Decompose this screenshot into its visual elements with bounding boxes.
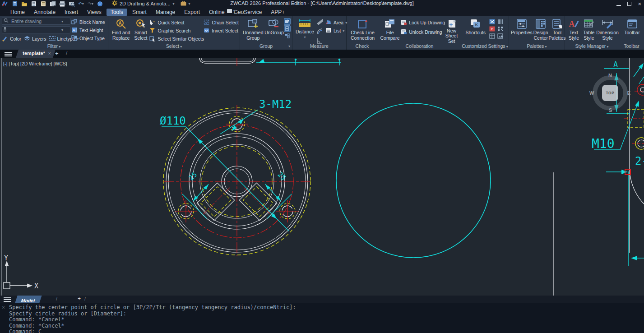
group-edit-button[interactable] xyxy=(284,32,291,39)
distance-button[interactable]: Distance ▾ xyxy=(294,18,315,44)
file-compare-button[interactable]: File Compare xyxy=(380,18,400,44)
measure-radius-button[interactable] xyxy=(316,28,324,37)
area-button[interactable]: Area ▾ xyxy=(325,18,345,27)
list-dropdown-icon[interactable]: ▾ xyxy=(343,29,344,33)
new-file-button[interactable] xyxy=(11,1,18,7)
filter-text-height-button[interactable]: A Text Height xyxy=(71,26,107,34)
filter-scope-input[interactable] xyxy=(11,18,60,24)
tab-tools[interactable]: Tools xyxy=(107,9,127,16)
find-replace-button[interactable]: A Find and Replace xyxy=(110,18,132,44)
close-button[interactable]: × xyxy=(638,0,641,7)
panel-label-style-manager[interactable]: Style Manager xyxy=(565,43,619,49)
filter-object-type-button[interactable]: Object Type xyxy=(71,34,107,42)
preview-button[interactable] xyxy=(68,1,75,7)
undo-dropdown[interactable]: ▾ xyxy=(82,2,84,6)
toolbar-button[interactable]: Toolbar xyxy=(621,18,643,44)
open-file-button[interactable] xyxy=(21,1,28,7)
tool-palettes-button[interactable]: Tool Palettes xyxy=(549,18,565,44)
design-center-button[interactable]: Design Center xyxy=(533,18,548,44)
tab-app-plus[interactable]: APP+ xyxy=(267,9,289,16)
filter-value-dropdown-icon[interactable]: ▾ xyxy=(61,28,63,32)
model-tab[interactable]: Model xyxy=(15,296,42,303)
drawing-canvas[interactable]: Ø110 3-M12 25 25 xyxy=(0,58,644,296)
customized-table-button[interactable] xyxy=(489,32,496,39)
filter-color-button[interactable]: Color xyxy=(2,35,21,43)
tab-views[interactable]: Views xyxy=(83,9,106,16)
panel-label-toolbar[interactable]: Toolbar xyxy=(619,43,644,49)
tab-online[interactable]: Online xyxy=(205,9,229,16)
new-sheet-set-button[interactable]: New Sheet Set xyxy=(443,18,460,44)
customized-barcode-button[interactable] xyxy=(497,18,504,25)
save-button[interactable] xyxy=(30,1,37,7)
tab-export[interactable]: Export xyxy=(180,9,204,16)
maximize-button[interactable] xyxy=(627,2,631,6)
shortcuts-button[interactable]: K Shortcuts xyxy=(463,18,488,44)
undo-button[interactable]: ↶▾ xyxy=(78,1,84,7)
group-bounding-toggle[interactable] xyxy=(284,25,291,32)
view-cube[interactable]: N W E S TOP xyxy=(590,73,630,113)
tab-insert[interactable]: Insert xyxy=(60,9,82,16)
customized-pdf-button[interactable]: P xyxy=(489,25,496,32)
group-on-toggle[interactable] xyxy=(284,18,291,25)
briefcase-icon[interactable] xyxy=(181,1,186,7)
new-drawing-tab-button[interactable]: + xyxy=(55,50,59,57)
select-similar-objects-button[interactable]: Select Similar Objects xyxy=(149,35,203,43)
table-style-button[interactable]: Table Style xyxy=(582,18,596,44)
measure-slope-button[interactable] xyxy=(316,18,324,27)
tab-close-icon[interactable]: × xyxy=(48,51,51,56)
panel-label-check[interactable]: Check xyxy=(347,43,378,49)
filter-value-combobox[interactable]: ▾ xyxy=(2,26,70,33)
tab-manage[interactable]: Manage xyxy=(152,9,179,16)
properties-button[interactable]: Properties xyxy=(511,18,533,44)
quick-select-button[interactable]: Quick Select xyxy=(149,18,203,27)
filter-layers-button[interactable]: Layers xyxy=(24,35,46,43)
minimize-button[interactable] xyxy=(616,2,621,6)
unnamed-group-button[interactable]: Unnamed Group xyxy=(242,18,264,44)
customized-image-button[interactable] xyxy=(497,32,504,39)
unlock-drawing-button[interactable]: Unlock Drawing xyxy=(401,28,442,36)
view-cube-east[interactable]: E xyxy=(627,90,630,96)
customized-xl-button[interactable] xyxy=(489,18,496,25)
list-button[interactable]: List ▾ xyxy=(325,27,345,35)
filter-value-input[interactable] xyxy=(11,27,60,32)
file-tabs-menu-button[interactable] xyxy=(5,51,12,57)
ungroup-button[interactable]: UnGroup xyxy=(265,18,283,44)
filter-block-name-button[interactable]: Block Name xyxy=(71,18,107,26)
online-help-icon[interactable] xyxy=(97,1,103,7)
view-cube-top-face[interactable]: TOP xyxy=(602,85,618,101)
command-close-icon[interactable]: × xyxy=(2,304,5,310)
distance-dropdown-icon[interactable]: ▾ xyxy=(304,35,306,40)
tab-home[interactable]: Home xyxy=(6,9,29,16)
panel-label-palettes[interactable]: Palettes xyxy=(509,43,565,49)
panel-label-collaboration[interactable]: Collaboration xyxy=(378,43,461,49)
filter-scope-combobox[interactable]: ▾ xyxy=(2,18,70,25)
layout-menu-button[interactable] xyxy=(4,296,11,303)
group-panel-dropdown-icon[interactable]: ▾ xyxy=(288,43,290,49)
lock-up-drawing-button[interactable]: Lock Up Drawing xyxy=(401,18,442,27)
viewport-controls[interactable]: [-] [Top] [2D Wireframe] [WCS] xyxy=(3,61,67,66)
customized-qrcode-button[interactable] xyxy=(497,25,504,32)
command-input-line[interactable]: Command: C xyxy=(9,328,42,333)
filter-scope-dropdown-icon[interactable]: ▾ xyxy=(61,19,63,23)
panel-label-customized-settings[interactable]: Customized Settings xyxy=(461,43,509,49)
tab-annotate[interactable]: Annotate xyxy=(30,9,60,16)
redo-button[interactable]: ↷▾ xyxy=(87,1,94,7)
view-cube-west[interactable]: W xyxy=(589,90,594,96)
panel-label-filter[interactable]: Filter xyxy=(0,43,108,49)
dimension-style-button[interactable]: Dimension Style xyxy=(597,18,618,44)
copy-button[interactable] xyxy=(49,1,56,7)
save-as-button[interactable] xyxy=(40,1,46,7)
tab-smart[interactable]: Smart xyxy=(128,9,151,16)
plot-button[interactable] xyxy=(59,1,65,7)
panel-label-group[interactable]: Group▾ xyxy=(240,43,292,49)
chain-select-button[interactable]: Chain Select xyxy=(204,18,239,27)
invert-select-button[interactable]: Invert Select xyxy=(204,27,239,35)
redo-dropdown[interactable]: ▾ xyxy=(92,2,93,6)
command-line-panel[interactable]: × Specify the center point of circle or … xyxy=(0,303,644,333)
panel-label-select[interactable]: Select xyxy=(108,43,240,49)
smart-select-button[interactable]: Smart Select xyxy=(133,18,148,44)
briefcase-dropdown-icon[interactable]: ▾ xyxy=(189,2,190,6)
panel-label-measure[interactable]: Measure xyxy=(292,43,346,49)
graphic-search-button[interactable]: Graphic Search xyxy=(149,27,203,35)
text-style-button[interactable]: A Text Style xyxy=(567,18,581,44)
